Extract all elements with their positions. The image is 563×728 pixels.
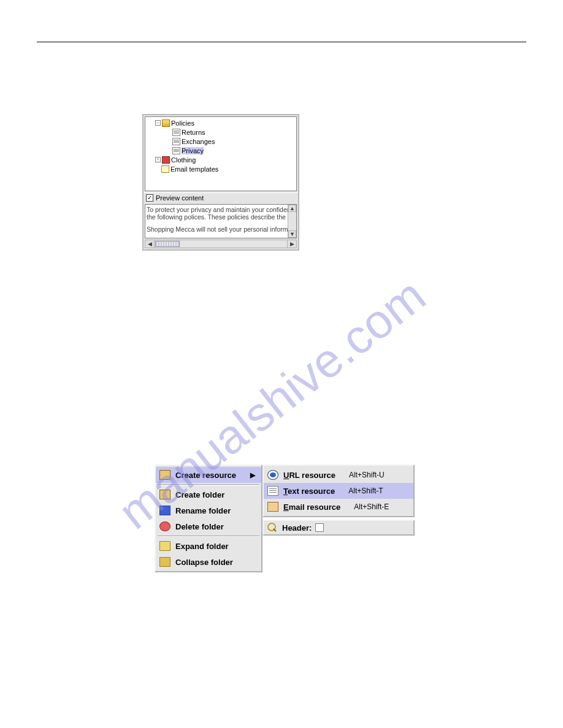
menu-item-label: Expand folder <box>175 542 229 551</box>
menu-item-collapse-folder[interactable]: Collapse folder <box>156 554 261 570</box>
menu-separator <box>158 536 259 537</box>
tree-node-policies[interactable]: − Policies <box>147 118 295 127</box>
delete-folder-icon <box>159 521 170 531</box>
horizontal-scrollbar[interactable] <box>145 240 297 248</box>
search-icon <box>267 523 278 533</box>
page-rule <box>37 42 526 42</box>
tree-node-exchanges[interactable]: Exchanges <box>147 137 295 146</box>
document-icon <box>172 138 180 145</box>
menu-item-text-resource[interactable]: Text resource Alt+Shift-T <box>264 483 413 499</box>
context-menu-sub: URL resource Alt+Shift-U Text resource A… <box>262 464 415 517</box>
menu-item-label: Email resource <box>283 502 340 512</box>
context-menu-main: Create resource ▶ Create folder Rename f… <box>155 464 262 572</box>
menu-item-label: Text resource <box>283 487 335 496</box>
url-resource-icon <box>267 470 278 480</box>
menu-item-label: Rename folder <box>175 506 231 515</box>
menu-item-delete-folder[interactable]: Delete folder <box>156 518 261 534</box>
tree-label: Privacy <box>182 147 204 154</box>
context-menu-cascade: Create resource ▶ Create folder Rename f… <box>155 464 415 572</box>
menu-separator <box>158 484 259 485</box>
tree-node-email-templates[interactable]: Email templates <box>147 164 295 173</box>
rename-folder-icon <box>159 506 170 515</box>
text-resource-icon <box>267 486 278 496</box>
menu-item-label: Create resource <box>175 471 236 480</box>
menu-item-create-resource[interactable]: Create resource ▶ <box>156 467 261 483</box>
tree-preview-panel: − Policies Returns Exchanges Privacy + C… <box>142 114 299 251</box>
tree-label: Policies <box>171 119 194 127</box>
create-resource-icon <box>159 470 170 480</box>
menu-item-expand-folder[interactable]: Expand folder <box>156 538 261 554</box>
tree-label: Exchanges <box>182 138 215 145</box>
email-resource-icon <box>267 502 278 512</box>
scrollbar-thumb[interactable] <box>155 241 180 247</box>
preview-line: the following polices. These policies de… <box>147 213 295 221</box>
menu-shortcut: Alt+Shift-T <box>348 487 383 495</box>
preview-line: Shopping Mecca will not sell your person… <box>147 226 295 233</box>
menu-item-url-resource[interactable]: URL resource Alt+Shift-U <box>264 467 413 483</box>
tree-label: Returns <box>182 129 205 136</box>
menu-item-label: Collapse folder <box>175 558 233 567</box>
document-icon <box>172 147 180 154</box>
preview-line: To protect your privacy and maintain you… <box>147 206 295 213</box>
email-templates-icon <box>161 165 169 173</box>
header-toolbar: Header: <box>262 520 415 536</box>
document-icon <box>172 129 180 136</box>
tree-label: Email templates <box>170 165 218 173</box>
menu-item-label: Create folder <box>175 490 224 499</box>
preview-header-label: Preview content <box>156 194 204 202</box>
header-checkbox[interactable] <box>315 523 324 532</box>
expand-handle-icon[interactable]: + <box>155 157 161 162</box>
resource-tree[interactable]: − Policies Returns Exchanges Privacy + C… <box>145 116 297 191</box>
menu-shortcut: Alt+Shift-U <box>349 471 385 479</box>
create-folder-icon <box>159 490 170 499</box>
menu-item-rename-folder[interactable]: Rename folder <box>156 502 261 518</box>
menu-item-create-folder[interactable]: Create folder <box>156 487 261 502</box>
submenu-arrow-icon: ▶ <box>250 471 255 479</box>
tree-label: Clothing <box>171 156 196 164</box>
collapse-handle-icon[interactable]: − <box>155 120 161 126</box>
menu-item-label: Delete folder <box>175 522 224 531</box>
clothing-icon <box>162 156 170 164</box>
collapse-folder-icon <box>159 557 170 567</box>
menu-item-label: URL resource <box>283 471 335 480</box>
preview-content[interactable]: To protect your privacy and maintain you… <box>145 204 297 238</box>
preview-checkbox[interactable]: ✓ <box>146 194 153 202</box>
tree-node-privacy[interactable]: Privacy <box>147 146 295 155</box>
menu-item-email-resource[interactable]: Email resource Alt+Shift-E <box>264 499 413 515</box>
header-label: Header: <box>282 523 312 533</box>
vertical-scrollbar[interactable] <box>288 205 296 238</box>
menu-shortcut: Alt+Shift-E <box>354 502 389 511</box>
expand-folder-icon <box>159 541 170 551</box>
tree-node-clothing[interactable]: + Clothing <box>147 155 295 164</box>
folder-icon <box>162 119 170 127</box>
tree-node-returns[interactable]: Returns <box>147 127 295 137</box>
preview-header: ✓ Preview content <box>144 192 298 203</box>
